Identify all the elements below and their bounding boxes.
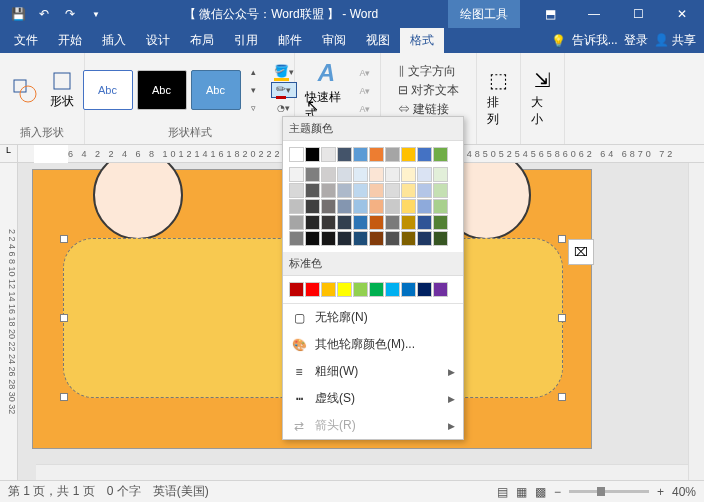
color-swatch[interactable] [433,199,448,214]
color-swatch[interactable] [417,183,432,198]
tab-file[interactable]: 文件 [4,28,48,53]
text-effects-button[interactable]: A▾ [356,101,374,117]
page-indicator[interactable]: 第 1 页，共 1 页 [8,483,95,500]
shapes-gallery[interactable] [6,74,42,106]
zoom-slider[interactable] [569,490,649,493]
scrollbar-horizontal[interactable] [36,464,688,480]
color-swatch[interactable] [433,183,448,198]
style-more[interactable]: ▿ [245,100,263,116]
color-swatch[interactable] [369,167,384,182]
color-swatch[interactable] [433,231,448,246]
text-outline-button[interactable]: A▾ [356,83,374,99]
color-swatch[interactable] [289,167,304,182]
view-read-button[interactable]: ▤ [497,485,508,499]
color-swatch[interactable] [433,215,448,230]
color-swatch[interactable] [337,167,352,182]
no-outline-item[interactable]: ▢无轮廓(N) [283,304,463,331]
color-swatch[interactable] [289,147,304,162]
color-swatch[interactable] [385,282,400,297]
shape-outline-button[interactable]: ✏▾ [271,82,297,98]
color-swatch[interactable] [401,183,416,198]
color-swatch[interactable] [353,231,368,246]
color-swatch[interactable] [321,167,336,182]
color-swatch[interactable] [305,282,320,297]
color-swatch[interactable] [337,231,352,246]
color-swatch[interactable] [305,147,320,162]
close-button[interactable]: ✕ [660,0,704,28]
tab-layout[interactable]: 布局 [180,28,224,53]
view-web-button[interactable]: ▩ [535,485,546,499]
tab-review[interactable]: 审阅 [312,28,356,53]
color-swatch[interactable] [385,199,400,214]
resize-handle-ne[interactable] [558,235,566,243]
view-print-button[interactable]: ▦ [516,485,527,499]
zoom-out-button[interactable]: − [554,485,561,499]
color-swatch[interactable] [369,215,384,230]
color-swatch[interactable] [385,183,400,198]
zoom-thumb[interactable] [597,487,605,496]
color-swatch[interactable] [289,231,304,246]
text-direction-button[interactable]: ∥ 文字方向 [398,63,459,80]
zoom-level[interactable]: 40% [672,485,696,499]
save-button[interactable]: 💾 [6,2,30,26]
tab-mailings[interactable]: 邮件 [268,28,312,53]
signin-link[interactable]: 登录 [624,32,648,49]
color-swatch[interactable] [337,183,352,198]
weight-item[interactable]: ≡粗细(W)▶ [283,358,463,385]
shapes-button[interactable]: 形状 [46,69,78,112]
color-swatch[interactable] [353,147,368,162]
color-swatch[interactable] [369,231,384,246]
color-swatch[interactable] [337,215,352,230]
context-tab-drawing-tools[interactable]: 绘图工具 [448,0,520,28]
color-swatch[interactable] [417,282,432,297]
color-swatch[interactable] [433,147,448,162]
ribbon-options-button[interactable]: ⬒ [528,0,572,28]
color-swatch[interactable] [417,215,432,230]
arrange-button[interactable]: ⬚排列 [483,66,514,130]
color-swatch[interactable] [401,282,416,297]
tab-design[interactable]: 设计 [136,28,180,53]
color-swatch[interactable] [321,183,336,198]
color-swatch[interactable] [401,199,416,214]
color-swatch[interactable] [417,167,432,182]
color-swatch[interactable] [353,167,368,182]
color-swatch[interactable] [369,282,384,297]
undo-button[interactable]: ↶ [32,2,56,26]
style-preset-2[interactable]: Abc [137,70,187,110]
size-button[interactable]: ⇲大小 [527,66,558,130]
color-swatch[interactable] [401,231,416,246]
tab-references[interactable]: 引用 [224,28,268,53]
ruler-vertical[interactable]: 2 2 4 6 8 10 12 14 16 18 20 22 24 26 28 … [0,163,18,480]
redo-button[interactable]: ↷ [58,2,82,26]
tab-home[interactable]: 开始 [48,28,92,53]
maximize-button[interactable]: ☐ [616,0,660,28]
share-button[interactable]: 👤 共享 [654,32,696,49]
color-swatch[interactable] [289,282,304,297]
color-swatch[interactable] [401,167,416,182]
color-swatch[interactable] [369,147,384,162]
more-colors-item[interactable]: 🎨其他轮廓颜色(M)... [283,331,463,358]
color-swatch[interactable] [305,215,320,230]
color-swatch[interactable] [305,231,320,246]
resize-handle-e[interactable] [558,314,566,322]
color-swatch[interactable] [401,147,416,162]
color-swatch[interactable] [369,199,384,214]
qat-dropdown[interactable]: ▼ [84,2,108,26]
color-swatch[interactable] [289,215,304,230]
color-swatch[interactable] [353,215,368,230]
tab-format[interactable]: 格式 [400,28,444,53]
style-scroll-down[interactable]: ▾ [245,82,263,98]
text-fill-button[interactable]: A▾ [356,65,374,81]
resize-handle-sw[interactable] [60,393,68,401]
color-swatch[interactable] [417,231,432,246]
tell-me[interactable]: 告诉我... [572,32,618,49]
dashes-item[interactable]: ┅虚线(S)▶ [283,385,463,412]
color-swatch[interactable] [321,282,336,297]
color-swatch[interactable] [337,147,352,162]
color-swatch[interactable] [353,183,368,198]
color-swatch[interactable] [385,147,400,162]
color-swatch[interactable] [433,167,448,182]
language-indicator[interactable]: 英语(美国) [153,483,209,500]
align-text-button[interactable]: ⊟ 对齐文本 [398,82,459,99]
color-swatch[interactable] [385,167,400,182]
